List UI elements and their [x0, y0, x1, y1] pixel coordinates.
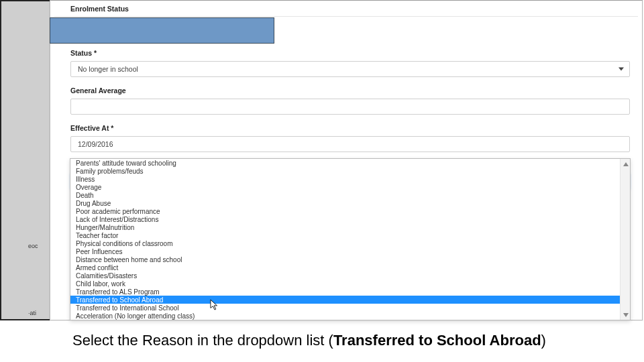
reason-option[interactable]: Physical conditions of classroom [70, 239, 630, 247]
reason-option[interactable]: Transferred to School Abroad [70, 296, 630, 304]
reason-option[interactable]: Death [70, 191, 630, 199]
caption-bold: Transferred to School Abroad [333, 332, 541, 349]
general-average-label: General Average [50, 77, 642, 99]
reason-option[interactable]: Overage [70, 183, 630, 191]
instruction-caption: Select the Reason in the dropdown list (… [72, 332, 623, 349]
effective-at-label-text: Effective At [70, 124, 109, 132]
reason-option[interactable]: Peer Influences [70, 247, 630, 255]
effective-at-label: Effective At * [50, 115, 642, 136]
reason-option[interactable]: Distance between home and school [70, 255, 630, 263]
page-background-frame [0, 0, 55, 320]
reason-option[interactable]: Transferred to International School [70, 304, 630, 312]
triangle-down-icon [623, 313, 629, 317]
reason-option[interactable]: Transferred to ALS Program [70, 288, 630, 296]
status-select[interactable]: No longer in school [70, 61, 630, 77]
reason-option[interactable]: Calamities/Disasters [70, 272, 630, 280]
section-title: Enrolment Status [50, 1, 642, 16]
background-fragment-2: ·ati [28, 310, 36, 316]
chevron-down-icon [619, 68, 624, 71]
triangle-up-icon [623, 162, 629, 166]
dropdown-scrollbar[interactable] [620, 159, 630, 320]
reason-option[interactable]: Hunger/Malnutrition [70, 223, 630, 231]
status-label-text: Status [70, 49, 92, 57]
reason-option[interactable]: Armed conflict [70, 263, 630, 272]
reason-option[interactable]: Illness [70, 175, 630, 183]
reason-option[interactable]: Acceleration (No longer attending class) [70, 312, 630, 320]
mouse-cursor-icon [210, 299, 219, 311]
status-value: No longer in school [78, 65, 138, 73]
background-fragment-1: eoc [28, 243, 38, 249]
scroll-up-button[interactable] [621, 159, 631, 169]
reason-option[interactable]: Parents' attitude toward schooling [70, 159, 630, 167]
effective-at-input[interactable] [70, 136, 630, 152]
reason-option[interactable]: Teacher factor [70, 231, 630, 239]
reason-option[interactable]: Child labor, work [70, 280, 630, 288]
reason-dropdown-list[interactable]: Parents' attitude toward schoolingFamily… [70, 158, 631, 320]
reason-option[interactable]: Poor academic performance [70, 207, 630, 215]
reason-option[interactable]: Drug Abuse [70, 199, 630, 207]
scroll-down-button[interactable] [621, 310, 631, 320]
required-mark: * [111, 124, 113, 132]
caption-post: ) [541, 332, 546, 349]
reason-option[interactable]: Lack of Interest/Distractions [70, 215, 630, 223]
reason-option[interactable]: Family problems/feuds [70, 167, 630, 175]
general-average-input[interactable] [70, 99, 630, 115]
annotation-box [50, 17, 274, 44]
required-mark: * [94, 49, 97, 57]
caption-pre: Select the Reason in the dropdown list ( [72, 332, 333, 349]
